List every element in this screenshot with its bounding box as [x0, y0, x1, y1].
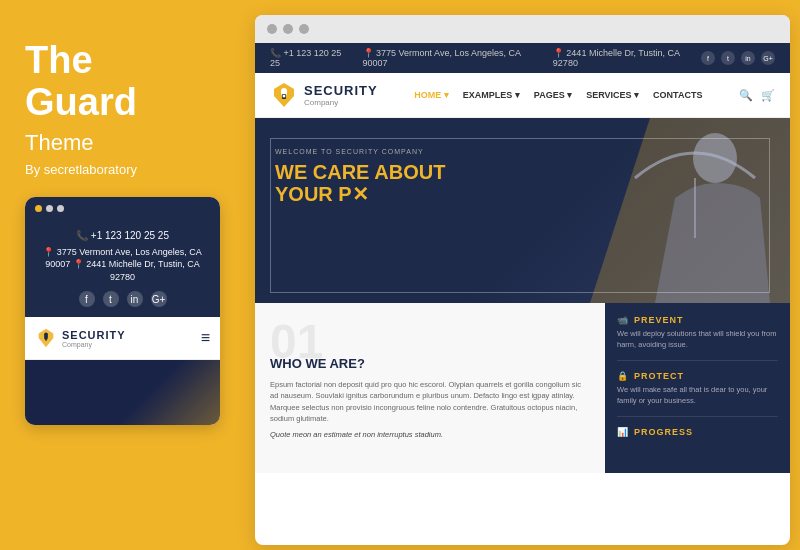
mobile-header: SECURITY Company ≡	[25, 317, 220, 360]
site-logo-icon	[270, 81, 298, 109]
feature-progress-title: 📊 PROGRESS	[617, 427, 778, 437]
hero-welcome: WELCOME TO SECURITY COMPANY	[275, 148, 640, 155]
mobile-dot-2	[46, 205, 53, 212]
hero-content: WELCOME TO SECURITY COMPANY WE CARE ABOU…	[275, 148, 640, 215]
nav-pages[interactable]: PAGES ▾	[534, 90, 572, 100]
topbar-address1: 📍 3775 Vermont Ave, Los Angeles, CA 9000…	[363, 48, 541, 68]
feature-prevent-text: We will deploy solutions that will shiel…	[617, 329, 778, 350]
nav-examples[interactable]: EXAMPLES ▾	[463, 90, 520, 100]
feature-prevent-title: 📹 PREVENT	[617, 315, 778, 325]
browser-dot-1	[267, 24, 277, 34]
feature-protect-text: We will make safe all that is dear to yo…	[617, 385, 778, 406]
theme-title: The Guard	[25, 40, 220, 124]
mobile-mockup: 📞 +1 123 120 25 25 📍 3775 Vermont Ave, L…	[25, 197, 220, 426]
mobile-facebook-icon: f	[79, 291, 95, 307]
protect-icon: 🔒	[617, 371, 629, 381]
mobile-address: 📍 3775 Vermont Ave, Los Angeles, CA 9000…	[35, 246, 210, 284]
site-logo-text: SECURITY	[304, 83, 378, 98]
mobile-twitter-icon: t	[103, 291, 119, 307]
site-hero: WELCOME TO SECURITY COMPANY WE CARE ABOU…	[255, 118, 790, 303]
mobile-logo: SECURITY Company	[35, 327, 126, 349]
mobile-hero-overlay	[25, 360, 220, 425]
site-nav: HOME ▾ EXAMPLES ▾ PAGES ▾ SERVICES ▾ CON…	[414, 90, 702, 100]
theme-by: By secretlaboratory	[25, 162, 220, 177]
mobile-contact-bar: 📞 +1 123 120 25 25 📍 3775 Vermont Ave, L…	[25, 220, 220, 318]
nav-home[interactable]: HOME ▾	[414, 90, 449, 100]
topbar-phone: 📞 +1 123 120 25 25	[270, 48, 351, 68]
site-content: 01 WHO WE ARE? Epsum factorial non depos…	[255, 303, 790, 473]
feature-prevent: 📹 PREVENT We will deploy solutions that …	[617, 315, 778, 361]
nav-contacts[interactable]: CONTACTS	[653, 90, 702, 100]
topbar-facebook-icon[interactable]: f	[701, 51, 715, 65]
desktop-mockup: 📞 +1 123 120 25 25 📍 3775 Vermont Ave, L…	[255, 15, 790, 545]
topbar-gplus-icon[interactable]: G+	[761, 51, 775, 65]
mobile-dot-1	[35, 205, 42, 212]
progress-icon: 📊	[617, 427, 629, 437]
topbar-right: f t in G+	[701, 51, 775, 65]
mobile-browser-bar	[25, 197, 220, 220]
left-panel: The Guard Theme By secretlaboratory 📞 +1…	[0, 0, 245, 550]
feature-protect: 🔒 PROTECT We will make safe all that is …	[617, 371, 778, 417]
mobile-logo-sub: Company	[62, 341, 126, 348]
mobile-logo-icon	[35, 327, 57, 349]
svg-point-8	[693, 133, 737, 183]
svg-point-7	[283, 95, 286, 98]
site-logo: SECURITY Company	[270, 81, 378, 109]
mobile-dots	[35, 205, 64, 212]
content-left: 01 WHO WE ARE? Epsum factorial non depos…	[255, 303, 605, 473]
section-para1: Epsum factorial non deposit quid pro quo…	[270, 379, 590, 424]
prevent-icon: 📹	[617, 315, 629, 325]
browser-dot-2	[283, 24, 293, 34]
mobile-social: f t in G+	[35, 291, 210, 307]
browser-bar	[255, 15, 790, 43]
content-right: 📹 PREVENT We will deploy solutions that …	[605, 303, 790, 473]
topbar-twitter-icon[interactable]: t	[721, 51, 735, 65]
mobile-logo-text: SECURITY	[62, 329, 126, 341]
browser-dot-3	[299, 24, 309, 34]
mobile-linkedin-icon: in	[127, 291, 143, 307]
theme-subtitle: Theme	[25, 130, 220, 156]
mobile-menu-icon[interactable]: ≡	[201, 329, 210, 347]
topbar-left: 📞 +1 123 120 25 25 📍 3775 Vermont Ave, L…	[270, 48, 701, 68]
site-navbar: SECURITY Company HOME ▾ EXAMPLES ▾ PAGES…	[255, 73, 790, 118]
feature-protect-title: 🔒 PROTECT	[617, 371, 778, 381]
nav-services[interactable]: SERVICES ▾	[586, 90, 639, 100]
search-icon[interactable]: 🔍	[739, 89, 753, 102]
section-quote: Quote meon an estimate et non interruptu…	[270, 430, 590, 439]
nav-icons: 🔍 🛒	[739, 89, 775, 102]
section-title: WHO WE ARE?	[270, 356, 590, 371]
mobile-phone: 📞 +1 123 120 25 25	[35, 230, 210, 241]
mobile-hero	[25, 360, 220, 425]
site-topbar: 📞 +1 123 120 25 25 📍 3775 Vermont Ave, L…	[255, 43, 790, 73]
topbar-linkedin-icon[interactable]: in	[741, 51, 755, 65]
topbar-address2: 📍 2441 Michelle Dr, Tustin, CA 92780	[553, 48, 701, 68]
site-logo-sub: Company	[304, 98, 378, 107]
cart-icon[interactable]: 🛒	[761, 89, 775, 102]
hero-title: WE CARE ABOUT YOUR P✕	[275, 161, 640, 205]
mobile-gplus-icon: G+	[151, 291, 167, 307]
feature-progress: 📊 PROGRESS	[617, 427, 778, 451]
mobile-dot-3	[57, 205, 64, 212]
